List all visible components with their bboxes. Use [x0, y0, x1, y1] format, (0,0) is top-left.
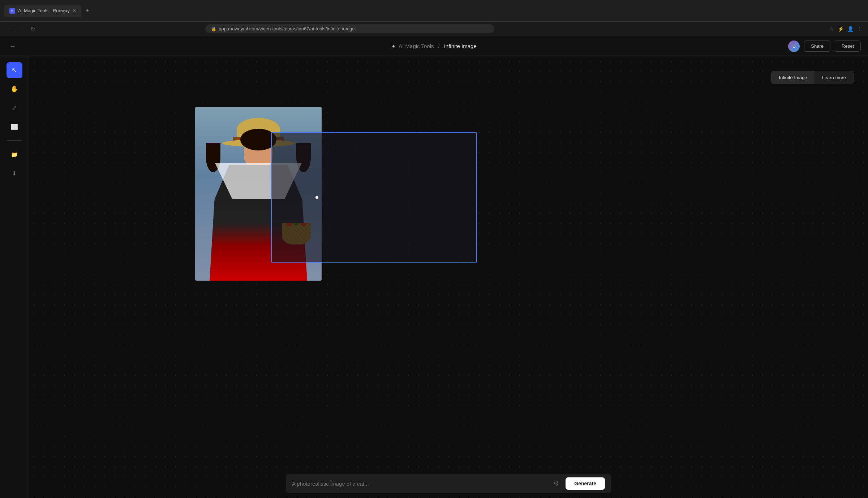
breadcrumb-separator: / — [438, 43, 440, 49]
app-header: ← ✦ AI Magic Tools / Infinite Image U Sh… — [0, 36, 868, 56]
magic-wand-icon: ✦ — [391, 43, 396, 49]
settings-sliders-icon: ⚙ — [553, 480, 559, 488]
sidebar-tool-grab[interactable]: ✋ — [7, 81, 22, 97]
fruit-red-2 — [300, 223, 307, 226]
prompt-settings-button[interactable]: ⚙ — [550, 478, 562, 489]
painting-image — [195, 107, 322, 281]
tab-favicon: R — [9, 8, 15, 14]
share-button[interactable]: Share — [804, 41, 830, 52]
dot-grid-background — [29, 56, 868, 498]
browser-chrome: R AI Magic Tools - Runway ✕ + — [0, 0, 868, 22]
url-text: app.runwayml.com/video-tools/teams/ian67… — [219, 26, 354, 31]
tool-name: Infinite Image — [444, 43, 477, 49]
painting-basket — [282, 223, 311, 244]
expand-icon: ⤢ — [12, 105, 17, 111]
bookmark-icon[interactable]: ☆ — [829, 26, 834, 32]
profile-icon[interactable]: 👤 — [847, 26, 854, 32]
sidebar-tool-download[interactable]: ⬇ — [7, 165, 22, 181]
sidebar-tool-folder[interactable]: 📁 — [7, 146, 22, 162]
painting-fruits — [284, 223, 309, 228]
address-bar[interactable]: 🔒 app.runwayml.com/video-tools/teams/ian… — [205, 24, 494, 33]
reset-button[interactable]: Reset — [835, 41, 861, 52]
image-icon: ⬜ — [11, 123, 18, 130]
grab-icon: ✋ — [10, 85, 18, 93]
tab-close-button[interactable]: ✕ — [73, 8, 76, 13]
header-right: U Share Reset — [788, 41, 861, 52]
sidebar-tool-cursor[interactable]: ↖ — [7, 62, 22, 78]
painting-hair — [240, 129, 276, 150]
prompt-input[interactable] — [292, 481, 550, 487]
user-avatar[interactable]: U — [788, 41, 800, 52]
tab-title: AI Magic Tools - Runway — [18, 8, 70, 13]
browser-nav: ← → ↻ 🔒 app.runwayml.com/video-tools/tea… — [0, 22, 868, 36]
info-panel: Infinite Image Learn more — [771, 71, 854, 84]
fruit-green — [294, 223, 299, 225]
back-button[interactable]: ← — [7, 41, 19, 52]
prompt-input-container: ⚙ Generate — [286, 474, 611, 493]
header-title: ✦ AI Magic Tools / Infinite Image — [391, 43, 477, 49]
prompt-bar: ⚙ Generate — [29, 469, 868, 498]
sidebar-divider — [7, 140, 22, 141]
nav-forward-button[interactable]: → — [17, 24, 26, 34]
infinite-image-tab[interactable]: Infinite Image — [772, 71, 814, 84]
generate-button[interactable]: Generate — [566, 477, 605, 490]
breadcrumb-tools: AI Magic Tools — [399, 43, 434, 49]
cursor-icon: ↖ — [12, 66, 17, 74]
back-icon: ← — [10, 43, 16, 50]
learn-more-tab[interactable]: Learn more — [815, 71, 853, 84]
menu-icon[interactable]: ⋮ — [857, 26, 862, 32]
extensions-icon[interactable]: ⚡ — [838, 26, 844, 32]
folder-icon: 📁 — [11, 151, 18, 158]
main-layout: ↖ ✋ ⤢ ⬜ 📁 ⬇ Infinite Image Learn more — [0, 56, 868, 498]
fruit-red — [286, 223, 292, 226]
new-tab-button[interactable]: + — [84, 5, 91, 16]
canvas-area[interactable]: Infinite Image Learn more — [29, 56, 868, 498]
nav-refresh-button[interactable]: ↻ — [29, 24, 36, 34]
painting-container — [195, 107, 322, 281]
sidebar: ↖ ✋ ⤢ ⬜ 📁 ⬇ — [0, 56, 29, 498]
sidebar-tool-image[interactable]: ⬜ — [7, 119, 22, 135]
nav-back-button[interactable]: ← — [6, 24, 14, 34]
download-icon: ⬇ — [12, 170, 17, 177]
sidebar-tool-expand[interactable]: ⤢ — [7, 100, 22, 116]
browser-tab[interactable]: R AI Magic Tools - Runway ✕ — [4, 5, 81, 17]
browser-nav-icons: ☆ ⚡ 👤 ⋮ — [829, 26, 862, 32]
